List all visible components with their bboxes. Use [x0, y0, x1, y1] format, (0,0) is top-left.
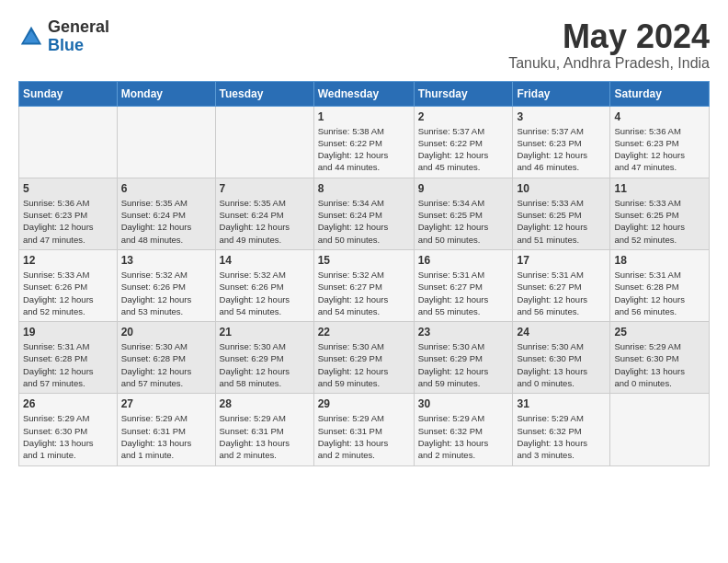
week-row-1: 1Sunrise: 5:38 AM Sunset: 6:22 PM Daylig… [19, 106, 710, 178]
calendar-cell [19, 106, 118, 178]
calendar-cell: 28Sunrise: 5:29 AM Sunset: 6:31 PM Dayli… [215, 394, 313, 465]
calendar-cell: 25Sunrise: 5:29 AM Sunset: 6:30 PM Dayli… [610, 322, 710, 394]
calendar-cell: 16Sunrise: 5:31 AM Sunset: 6:27 PM Dayli… [414, 249, 513, 321]
day-info: Sunrise: 5:33 AM Sunset: 6:25 PM Dayligh… [614, 197, 705, 246]
week-row-3: 12Sunrise: 5:33 AM Sunset: 6:26 PM Dayli… [19, 249, 710, 321]
day-number: 14 [220, 254, 310, 267]
calendar-cell: 21Sunrise: 5:30 AM Sunset: 6:29 PM Dayli… [215, 322, 313, 394]
day-info: Sunrise: 5:29 AM Sunset: 6:31 PM Dayligh… [220, 412, 310, 461]
day-info: Sunrise: 5:30 AM Sunset: 6:28 PM Dayligh… [121, 340, 211, 389]
calendar-cell: 10Sunrise: 5:33 AM Sunset: 6:25 PM Dayli… [513, 178, 610, 249]
calendar-cell: 27Sunrise: 5:29 AM Sunset: 6:31 PM Dayli… [117, 394, 215, 465]
day-info: Sunrise: 5:35 AM Sunset: 6:24 PM Dayligh… [220, 197, 310, 246]
calendar-cell: 7Sunrise: 5:35 AM Sunset: 6:24 PM Daylig… [215, 178, 313, 249]
header-row: SundayMondayTuesdayWednesdayThursdayFrid… [19, 81, 710, 106]
week-row-2: 5Sunrise: 5:36 AM Sunset: 6:23 PM Daylig… [19, 178, 710, 249]
logo-general: General [48, 18, 109, 37]
day-info: Sunrise: 5:30 AM Sunset: 6:29 PM Dayligh… [418, 340, 509, 389]
location-subtitle: Tanuku, Andhra Pradesh, India [508, 55, 710, 72]
day-info: Sunrise: 5:29 AM Sunset: 6:31 PM Dayligh… [121, 412, 211, 461]
day-header-wednesday: Wednesday [313, 81, 414, 106]
page-header: General Blue May 2024 Tanuku, Andhra Pra… [18, 18, 710, 72]
day-number: 1 [318, 110, 410, 123]
day-info: Sunrise: 5:37 AM Sunset: 6:22 PM Dayligh… [418, 125, 509, 174]
calendar-cell: 11Sunrise: 5:33 AM Sunset: 6:25 PM Dayli… [610, 178, 710, 249]
day-number: 29 [318, 397, 410, 410]
calendar-cell: 6Sunrise: 5:35 AM Sunset: 6:24 PM Daylig… [117, 178, 215, 249]
day-info: Sunrise: 5:35 AM Sunset: 6:24 PM Dayligh… [121, 197, 211, 246]
day-info: Sunrise: 5:32 AM Sunset: 6:26 PM Dayligh… [220, 269, 310, 317]
calendar-cell: 14Sunrise: 5:32 AM Sunset: 6:26 PM Dayli… [215, 249, 313, 321]
day-number: 15 [318, 254, 410, 267]
calendar-cell: 17Sunrise: 5:31 AM Sunset: 6:27 PM Dayli… [513, 249, 610, 321]
day-info: Sunrise: 5:36 AM Sunset: 6:23 PM Dayligh… [614, 125, 705, 174]
calendar-cell: 5Sunrise: 5:36 AM Sunset: 6:23 PM Daylig… [19, 178, 118, 249]
day-header-friday: Friday [513, 81, 610, 106]
day-number: 19 [23, 326, 113, 339]
day-info: Sunrise: 5:36 AM Sunset: 6:23 PM Dayligh… [23, 197, 113, 246]
day-number: 24 [517, 326, 606, 339]
calendar-cell: 9Sunrise: 5:34 AM Sunset: 6:25 PM Daylig… [414, 178, 513, 249]
day-number: 10 [517, 182, 606, 195]
calendar-cell: 24Sunrise: 5:30 AM Sunset: 6:30 PM Dayli… [513, 322, 610, 394]
day-number: 8 [318, 182, 410, 195]
month-year-title: May 2024 [508, 18, 710, 55]
day-header-tuesday: Tuesday [215, 81, 313, 106]
calendar-cell: 8Sunrise: 5:34 AM Sunset: 6:24 PM Daylig… [313, 178, 414, 249]
day-number: 26 [23, 397, 113, 410]
calendar-body: 1Sunrise: 5:38 AM Sunset: 6:22 PM Daylig… [19, 106, 710, 465]
day-number: 7 [220, 182, 310, 195]
day-number: 12 [23, 254, 113, 267]
day-number: 20 [121, 326, 211, 339]
day-info: Sunrise: 5:32 AM Sunset: 6:27 PM Dayligh… [318, 269, 410, 317]
day-info: Sunrise: 5:29 AM Sunset: 6:32 PM Dayligh… [418, 412, 509, 461]
day-info: Sunrise: 5:30 AM Sunset: 6:29 PM Dayligh… [220, 340, 310, 389]
calendar-cell: 12Sunrise: 5:33 AM Sunset: 6:26 PM Dayli… [19, 249, 118, 321]
calendar-cell: 15Sunrise: 5:32 AM Sunset: 6:27 PM Dayli… [313, 249, 414, 321]
day-info: Sunrise: 5:30 AM Sunset: 6:30 PM Dayligh… [517, 340, 606, 389]
calendar-cell [215, 106, 313, 178]
day-number: 13 [121, 254, 211, 267]
day-info: Sunrise: 5:31 AM Sunset: 6:27 PM Dayligh… [517, 269, 606, 317]
day-header-monday: Monday [117, 81, 215, 106]
day-info: Sunrise: 5:31 AM Sunset: 6:28 PM Dayligh… [23, 340, 113, 389]
day-info: Sunrise: 5:30 AM Sunset: 6:29 PM Dayligh… [318, 340, 410, 389]
day-info: Sunrise: 5:37 AM Sunset: 6:23 PM Dayligh… [517, 125, 606, 174]
day-info: Sunrise: 5:32 AM Sunset: 6:26 PM Dayligh… [121, 269, 211, 317]
logo-icon [18, 24, 44, 50]
day-info: Sunrise: 5:34 AM Sunset: 6:24 PM Dayligh… [318, 197, 410, 246]
calendar-cell [610, 394, 710, 465]
calendar-cell: 22Sunrise: 5:30 AM Sunset: 6:29 PM Dayli… [313, 322, 414, 394]
day-info: Sunrise: 5:29 AM Sunset: 6:30 PM Dayligh… [23, 412, 113, 461]
day-number: 25 [614, 326, 705, 339]
day-number: 22 [318, 326, 410, 339]
day-info: Sunrise: 5:33 AM Sunset: 6:26 PM Dayligh… [23, 269, 113, 317]
calendar-cell: 1Sunrise: 5:38 AM Sunset: 6:22 PM Daylig… [313, 106, 414, 178]
calendar-cell: 26Sunrise: 5:29 AM Sunset: 6:30 PM Dayli… [19, 394, 118, 465]
day-number: 4 [614, 110, 705, 123]
calendar-cell: 19Sunrise: 5:31 AM Sunset: 6:28 PM Dayli… [19, 322, 118, 394]
day-info: Sunrise: 5:38 AM Sunset: 6:22 PM Dayligh… [318, 125, 410, 174]
day-info: Sunrise: 5:33 AM Sunset: 6:25 PM Dayligh… [517, 197, 606, 246]
calendar-cell: 18Sunrise: 5:31 AM Sunset: 6:28 PM Dayli… [610, 249, 710, 321]
day-number: 16 [418, 254, 509, 267]
day-number: 18 [614, 254, 705, 267]
day-info: Sunrise: 5:34 AM Sunset: 6:25 PM Dayligh… [418, 197, 509, 246]
day-info: Sunrise: 5:29 AM Sunset: 6:30 PM Dayligh… [614, 340, 705, 389]
day-info: Sunrise: 5:31 AM Sunset: 6:28 PM Dayligh… [614, 269, 705, 317]
day-number: 28 [220, 397, 310, 410]
week-row-5: 26Sunrise: 5:29 AM Sunset: 6:30 PM Dayli… [19, 394, 710, 465]
week-row-4: 19Sunrise: 5:31 AM Sunset: 6:28 PM Dayli… [19, 322, 710, 394]
day-number: 2 [418, 110, 509, 123]
day-number: 3 [517, 110, 606, 123]
calendar-cell [117, 106, 215, 178]
day-number: 21 [220, 326, 310, 339]
day-number: 5 [23, 182, 113, 195]
day-number: 31 [517, 397, 606, 410]
day-header-sunday: Sunday [19, 81, 118, 106]
calendar-cell: 2Sunrise: 5:37 AM Sunset: 6:22 PM Daylig… [414, 106, 513, 178]
day-info: Sunrise: 5:31 AM Sunset: 6:27 PM Dayligh… [418, 269, 509, 317]
calendar-cell: 30Sunrise: 5:29 AM Sunset: 6:32 PM Dayli… [414, 394, 513, 465]
day-header-thursday: Thursday [414, 81, 513, 106]
day-number: 11 [614, 182, 705, 195]
